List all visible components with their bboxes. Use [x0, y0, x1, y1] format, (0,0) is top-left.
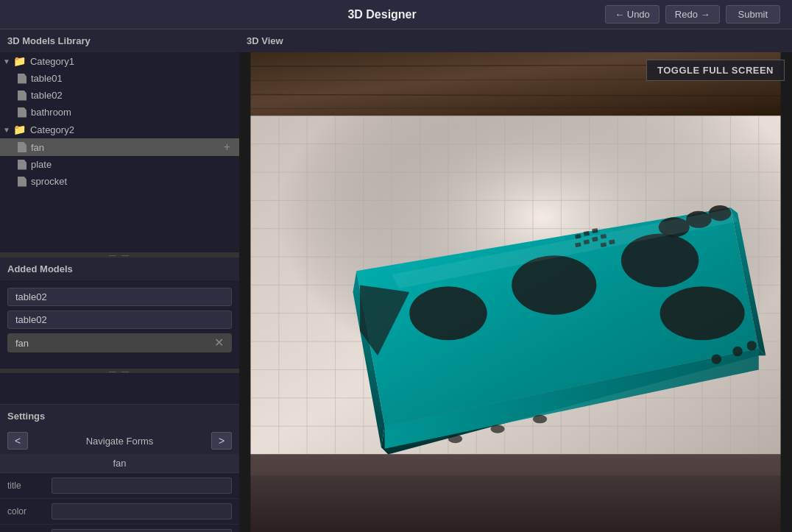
- field-input-length[interactable]: [52, 529, 232, 532]
- form-row-length: length: [0, 525, 239, 532]
- form-row-color: color: [0, 499, 239, 525]
- svg-point-61: [747, 341, 757, 350]
- redo-button[interactable]: Redo →: [665, 5, 720, 24]
- tree-item-bathroom[interactable]: bathroom: [0, 104, 239, 121]
- navigate-forms-label: Navigate Forms: [32, 436, 207, 447]
- tree-item-sprocket[interactable]: sprocket: [0, 173, 239, 190]
- field-input-title[interactable]: [52, 478, 232, 494]
- navigate-next-button[interactable]: >: [211, 432, 232, 450]
- svg-point-60: [732, 347, 742, 356]
- item-label: table02: [31, 90, 63, 101]
- added-models-header: Added Models: [0, 258, 239, 280]
- undo-button[interactable]: ← Undo: [605, 5, 660, 24]
- svg-rect-37: [250, 455, 780, 476]
- library-section: 3D Models Library ▼ 📁 Category1 table01 …: [0, 29, 239, 258]
- header-actions: ← Undo Redo → Submit: [605, 5, 780, 24]
- added-models-list: table02 table02 fan ✕: [0, 280, 239, 369]
- field-input-color[interactable]: [52, 503, 232, 519]
- view-canvas[interactable]: TOGGLE FULL SCREEN: [239, 52, 792, 532]
- field-label-color: color: [7, 506, 52, 517]
- folder-icon: 📁: [13, 55, 26, 67]
- svg-point-62: [448, 435, 462, 444]
- settings-section: Settings < Navigate Forms > fan title co…: [0, 405, 239, 532]
- model-label: table02: [15, 291, 47, 302]
- category1-label: Category1: [30, 56, 74, 67]
- chevron-down-icon: ▼: [3, 126, 10, 134]
- file-icon: [18, 142, 26, 152]
- file-icon: [18, 107, 26, 118]
- resize-handle-1[interactable]: — —: [0, 252, 239, 257]
- item-label: bathroom: [31, 107, 71, 118]
- tree-item-table02[interactable]: table02: [0, 87, 239, 104]
- svg-point-59: [712, 354, 721, 363]
- category2-header[interactable]: ▼ 📁 Category2: [0, 121, 239, 138]
- scene-svg: [239, 52, 792, 532]
- settings-header: Settings: [0, 405, 239, 428]
- tree-item-plate[interactable]: plate: [0, 156, 239, 173]
- file-icon: [18, 91, 26, 101]
- item-label: fan: [31, 142, 44, 153]
- model-tag-fan[interactable]: fan ✕: [7, 333, 232, 352]
- form-row-title: title: [0, 473, 239, 499]
- navigate-prev-button[interactable]: <: [7, 432, 28, 450]
- view-section: 3D View: [239, 29, 792, 532]
- svg-point-43: [409, 286, 487, 340]
- remove-model-button[interactable]: ✕: [214, 337, 224, 349]
- library-header: 3D Models Library: [0, 29, 239, 52]
- tree-container[interactable]: ▼ 📁 Category1 table01 table02 bathroom: [0, 52, 239, 252]
- file-icon: [18, 177, 26, 187]
- tree-item-fan[interactable]: fan +: [0, 138, 239, 156]
- chevron-down-icon: ▼: [3, 57, 10, 65]
- item-label: table01: [31, 73, 63, 84]
- app-header: 3D Designer ← Undo Redo → Submit: [0, 0, 792, 29]
- model-label: fan: [15, 338, 29, 349]
- settings-form: fan title color length: [0, 454, 239, 532]
- left-panel: 3D Models Library ▼ 📁 Category1 table01 …: [0, 29, 239, 532]
- tree-item-table01[interactable]: table01: [0, 70, 239, 87]
- added-models-section: Added Models table02 table02 fan ✕ — —: [0, 258, 239, 405]
- folder-icon: 📁: [13, 124, 26, 135]
- resize-dots-icon: — —: [109, 367, 130, 375]
- svg-point-63: [490, 425, 504, 433]
- model-tag-table02-2[interactable]: table02: [7, 311, 232, 329]
- svg-point-44: [512, 255, 596, 315]
- submit-button[interactable]: Submit: [726, 5, 780, 24]
- file-icon: [18, 160, 26, 170]
- add-model-button[interactable]: +: [221, 141, 233, 153]
- form-title: fan: [0, 454, 239, 473]
- category1-header[interactable]: ▼ 📁 Category1: [0, 52, 239, 70]
- item-label: sprocket: [31, 176, 67, 187]
- item-label: plate: [31, 159, 52, 170]
- view-header: 3D View: [239, 29, 792, 52]
- resize-handle-2[interactable]: — —: [0, 369, 239, 373]
- svg-point-46: [660, 286, 745, 340]
- file-icon: [18, 74, 26, 84]
- toggle-fullscreen-button[interactable]: TOGGLE FULL SCREEN: [646, 60, 785, 81]
- model-tag-table02-1[interactable]: table02: [7, 288, 232, 306]
- main-layout: 3D Models Library ▼ 📁 Category1 table01 …: [0, 29, 792, 532]
- app-title: 3D Designer: [159, 8, 605, 21]
- model-label: table02: [15, 314, 47, 325]
- category2-label: Category2: [30, 124, 74, 135]
- svg-point-64: [533, 415, 547, 424]
- field-label-title: title: [7, 480, 52, 491]
- settings-nav: < Navigate Forms >: [0, 428, 239, 454]
